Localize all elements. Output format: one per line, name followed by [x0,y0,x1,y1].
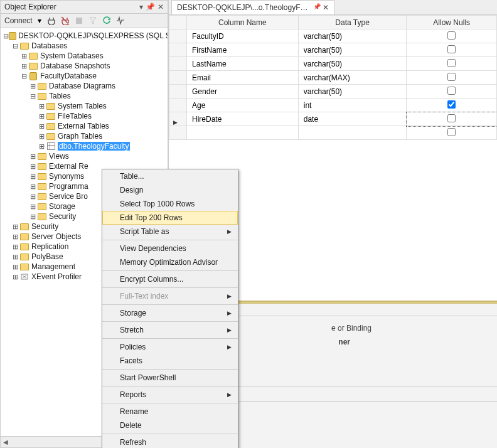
cell-allow-nulls[interactable] [407,112,497,126]
menu-stretch[interactable]: Stretch▶ [102,323,238,337]
refresh-icon[interactable] [102,16,112,26]
menu-view-dependencies[interactable]: View Dependencies [102,242,238,255]
menu-script-table-as[interactable]: Script Table as▶ [102,225,238,238]
cell-column-name[interactable]: Gender [187,85,299,99]
cell-data-type[interactable]: varchar(MAX) [298,71,407,85]
menu-select-top-1000[interactable]: Select Top 1000 Rows [102,197,238,211]
chevron-right-icon: ▶ [227,344,232,350]
scroll-left-icon[interactable]: ◀ [3,439,8,445]
cell-allow-nulls[interactable] [407,57,497,71]
tree-external-tables[interactable]: ⊞External Tables [1,121,168,131]
cell-column-name[interactable]: HireDate [187,112,299,126]
allow-nulls-checkbox[interactable] [447,114,456,122]
tab-theology-faculty[interactable]: DESKTOP-QQKLEJP\...o.TheologyFaculty 📌 ✕ [171,0,334,14]
menu-storage[interactable]: Storage▶ [102,306,238,320]
connect-button[interactable]: Connect [4,16,33,25]
cell-data-type[interactable]: varchar(50) [298,57,407,71]
table-row[interactable]: HireDate date [169,112,497,126]
pin-icon[interactable]: 📌 [313,3,321,12]
tree-database-diagrams[interactable]: ⊞Database Diagrams [1,81,168,91]
menu-memory-optimization[interactable]: Memory Optimization Advisor [102,255,238,269]
explorer-toolbar: Connect ▾ [1,14,168,28]
chevron-right-icon: ▶ [227,310,232,316]
cell-data-type[interactable]: varchar(50) [298,29,407,43]
chevron-right-icon: ▶ [227,327,232,333]
cell-data-type[interactable]: varchar(50) [298,85,407,99]
menu-full-text-index: Full-Text index▶ [102,289,238,303]
tree-server-root[interactable]: ⊟DESKTOP-QQKLEJP\SQLEXPRESS (SQL Server.… [1,31,168,41]
cell-column-name[interactable]: LastName [187,57,299,71]
menu-reports[interactable]: Reports▶ [102,388,238,402]
menu-facets[interactable]: Facets [102,354,238,368]
table-context-menu: Table... Design Select Top 1000 Rows Edi… [102,169,238,448]
connect-dropdown-icon[interactable]: ▾ [38,16,41,25]
svg-rect-0 [76,18,82,24]
table-row[interactable]: Gender varchar(50) [169,85,497,99]
allow-nulls-checkbox[interactable] [447,100,456,109]
chevron-right-icon: ▶ [227,392,232,398]
unplug-icon[interactable] [60,16,70,26]
table-row-empty[interactable] [169,126,497,140]
stop-icon[interactable] [74,16,84,26]
cell-allow-nulls[interactable] [407,29,497,43]
menu-edit-top-200[interactable]: Edit Top 200 Rows [102,211,238,225]
plug-icon[interactable] [46,16,56,26]
table-row[interactable]: Email varchar(MAX) [169,71,497,85]
menu-new-table[interactable]: Table... [102,169,238,183]
pin-icon[interactable]: 📌 [146,3,155,11]
col-allow-nulls[interactable]: Allow Nulls [407,16,497,29]
explorer-title: Object Explorer [4,3,56,11]
table-row[interactable]: Age int [169,99,497,112]
tree-file-tables[interactable]: ⊞FileTables [1,111,168,121]
allow-nulls-checkbox[interactable] [447,59,456,67]
row-header [169,16,187,29]
tab-bar: DESKTOP-QQKLEJP\...o.TheologyFaculty 📌 ✕ [169,0,497,15]
table-row[interactable]: FirstName varchar(50) [169,43,497,57]
allow-nulls-checkbox[interactable] [447,73,456,81]
table-row[interactable]: LastName varchar(50) [169,57,497,71]
activity-icon[interactable] [115,16,126,26]
cell-allow-nulls[interactable] [407,71,497,85]
table-row[interactable]: FacultyID varchar(50) [169,29,497,43]
menu-start-powershell[interactable]: Start PowerShell [102,371,238,385]
allow-nulls-checkbox[interactable] [447,45,456,53]
menu-delete[interactable]: Delete [102,419,238,432]
tree-tables[interactable]: ⊟Tables [1,91,168,101]
cell-allow-nulls[interactable] [407,43,497,57]
cell-column-name[interactable]: Age [187,99,299,112]
tree-system-databases[interactable]: ⊞System Databases [1,51,168,61]
chevron-right-icon: ▶ [227,228,232,235]
cell-column-name[interactable]: Email [187,71,299,85]
cell-data-type[interactable]: int [298,99,407,112]
tree-database-snapshots[interactable]: ⊞Database Snapshots [1,61,168,71]
tree-faculty-database[interactable]: ⊟FacultyDatabase [1,71,168,81]
tree-views[interactable]: ⊞Views [1,151,168,161]
cell-column-name[interactable]: FacultyID [187,29,299,43]
menu-policies[interactable]: Policies▶ [102,340,238,354]
tree-graph-tables[interactable]: ⊞Graph Tables [1,131,168,141]
cell-allow-nulls[interactable] [407,85,497,99]
cell-data-type[interactable]: varchar(50) [298,43,407,57]
tree-theology-faculty-table[interactable]: ⊞dbo.TheologyFaculty [1,141,168,151]
menu-design[interactable]: Design [102,183,238,197]
tree-databases[interactable]: ⊟Databases [1,41,168,51]
explorer-header: Object Explorer ▾ 📌 ✕ [1,1,168,14]
close-icon[interactable]: ✕ [158,3,164,11]
tree-system-tables[interactable]: ⊞System Tables [1,101,168,111]
chevron-right-icon: ▶ [227,293,232,299]
tab-title: DESKTOP-QQKLEJP\...o.TheologyFaculty [177,3,309,12]
menu-encrypt-columns[interactable]: Encrypt Columns... [102,272,238,286]
col-column-name[interactable]: Column Name [187,16,299,29]
cell-data-type[interactable]: date [298,112,407,126]
cell-allow-nulls[interactable] [407,99,497,112]
allow-nulls-checkbox[interactable] [447,31,456,40]
allow-nulls-checkbox[interactable] [447,128,456,136]
allow-nulls-checkbox[interactable] [447,87,456,95]
filter-icon[interactable] [88,16,98,26]
close-icon[interactable]: ✕ [323,3,329,12]
menu-refresh[interactable]: Refresh [102,435,238,448]
dropdown-icon[interactable]: ▾ [139,3,143,11]
col-data-type[interactable]: Data Type [298,16,407,29]
menu-rename[interactable]: Rename [102,405,238,419]
cell-column-name[interactable]: FirstName [187,43,299,57]
